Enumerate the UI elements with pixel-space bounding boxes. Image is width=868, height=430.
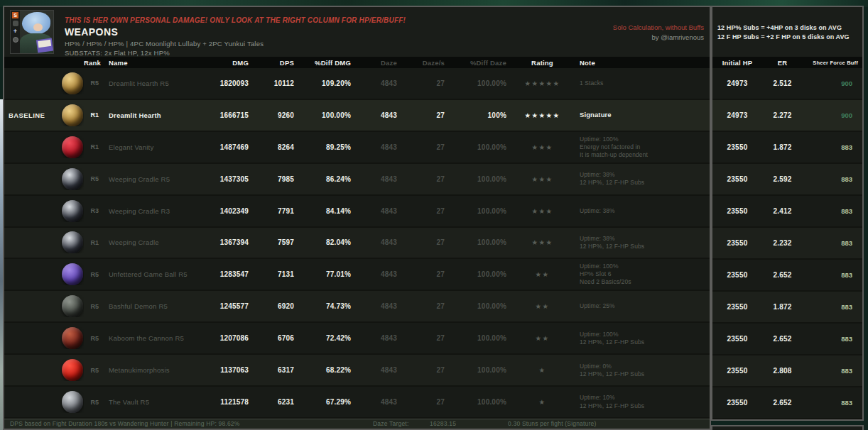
cell-diff-dmg: 68.22% <box>298 366 355 374</box>
cell-dps: 10112 <box>253 79 298 87</box>
cell-dmg: 1245577 <box>213 302 253 310</box>
cell-diff-daze: 100.00% <box>449 79 511 87</box>
portrait-face <box>33 23 43 31</box>
cell-dps: 6920 <box>253 302 298 310</box>
panel-header: S + THIS IS HER OWN PERSONAL DAMAGE! ONL… <box>4 7 710 57</box>
cell-name: Dreamlit Hearth R5 <box>103 79 213 87</box>
cell-daze-s: 27 <box>401 79 449 87</box>
cell-sheer-force-buff: 883 <box>803 399 862 407</box>
cell-rank: R5 <box>84 303 103 310</box>
cell-dmg: 1283547 <box>213 270 253 278</box>
cell-note: Uptime: 100%Energy not factored inIt is … <box>574 136 710 159</box>
weapon-row: R5 Unfettered Game Ball R5 1283547 7131 … <box>4 259 710 291</box>
cell-daze: 4843 <box>355 238 401 246</box>
cell-daze: 4843 <box>355 175 401 183</box>
cell-rating-stars: ★★★★★ <box>511 79 574 87</box>
cell-daze-s: 27 <box>401 398 449 406</box>
weapon-icon-cell <box>60 231 84 253</box>
weapon-icon-cell <box>60 295 84 317</box>
personal-damage-warning: THIS IS HER OWN PERSONAL DAMAGE! ONLY LO… <box>65 16 406 24</box>
portrait-book <box>36 38 53 53</box>
cell-daze-s: 27 <box>401 143 449 151</box>
weapon-row: R5 Weeping Cradle R5 1437305 7985 86.24%… <box>4 164 710 196</box>
weapon-icon <box>62 168 83 190</box>
cell-name: Elegant Vanity <box>103 143 213 151</box>
cell-note: Uptime: 100%HP% Slot 6Need 2 Basics/20s <box>574 263 710 286</box>
cell-sheer-force-buff: 883 <box>803 143 862 151</box>
cell-initial-hp: 23550 <box>712 239 762 247</box>
hp-er-buff-row: 23550 2.652 883 <box>712 260 862 292</box>
cell-daze: 4843 <box>355 302 401 310</box>
cell-sheer-force-buff: 900 <box>803 111 862 119</box>
cell-dps: 6231 <box>253 398 298 406</box>
col-header-diff-daze: %Diff Daze <box>449 59 511 67</box>
cell-initial-hp: 23550 <box>712 143 762 151</box>
daze-target-value: 16283.15 <box>430 420 456 427</box>
weapon-row: R5 Dreamlit Hearth R5 1820093 10112 109.… <box>4 68 710 100</box>
cell-er: 2.512 <box>762 79 803 87</box>
cell-rank: R5 <box>84 367 103 374</box>
cell-dps: 8264 <box>253 143 298 151</box>
character-portrait <box>20 11 53 53</box>
cell-rank: R5 <box>84 271 103 278</box>
cell-sheer-force-buff: 883 <box>803 335 862 343</box>
right-panel-header: 12 HP% Subs = +4HP on 3 disks on AVG 12 … <box>712 7 862 57</box>
cell-daze-s: 27 <box>401 238 449 246</box>
weapon-icon-cell <box>60 263 84 285</box>
weapon-row: R5 Bashful Demon R5 1245577 6920 74.73% … <box>4 291 710 323</box>
cell-rating-stars: ★★★ <box>511 175 574 183</box>
weapon-row: BASELINE R1 Dreamlit Hearth 1666715 9260… <box>4 100 710 132</box>
cell-name: Weeping Cradle R3 <box>103 207 213 215</box>
col-header-diff-dmg: %Diff DMG <box>298 59 355 67</box>
cell-sheer-force-buff: 900 <box>803 79 862 87</box>
cell-initial-hp: 23550 <box>712 367 762 375</box>
cell-name: The Vault R5 <box>103 398 213 406</box>
sparkle-icon: + <box>12 28 18 35</box>
hp-er-buff-row: 23550 1.872 883 <box>712 292 862 324</box>
cell-name: Unfettered Game Ball R5 <box>103 270 213 278</box>
cell-note: Uptime: 38% <box>574 207 710 215</box>
cell-initial-hp: 23550 <box>712 271 762 279</box>
cell-dps: 7791 <box>253 207 298 215</box>
author-credit: by @iamrivenous <box>651 33 704 41</box>
weapon-icon-cell <box>60 136 84 158</box>
cell-dmg: 1137063 <box>213 366 253 374</box>
cell-er: 2.592 <box>762 175 803 183</box>
cell-daze-s: 27 <box>401 302 449 310</box>
weapon-row: R5 Kaboom the Cannon R5 1207086 6706 72.… <box>4 323 710 355</box>
cell-diff-daze: 100.00% <box>449 238 511 246</box>
cell-sheer-force-buff: 883 <box>803 175 862 183</box>
cell-name: Kaboom the Cannon R5 <box>103 334 213 342</box>
cell-er: 2.232 <box>762 239 803 247</box>
cell-diff-daze: 100.00% <box>449 334 511 342</box>
cell-daze: 4843 <box>355 79 401 87</box>
cell-diff-dmg: 82.04% <box>298 238 355 246</box>
right-table-body: 24973 2.512 900 24973 2.272 900 23550 1.… <box>712 68 862 419</box>
weapon-icon <box>62 231 83 253</box>
cell-sheer-force-buff: 883 <box>803 239 862 247</box>
cell-er: 2.652 <box>762 399 803 407</box>
daze-target-label: Daze Target: <box>373 420 408 427</box>
weapon-icon <box>62 104 83 126</box>
cell-er: 1.872 <box>762 143 803 151</box>
weapon-icon-cell <box>60 72 84 94</box>
cell-er: 2.412 <box>762 207 803 215</box>
cell-diff-daze: 100.00% <box>449 143 511 151</box>
table-column-header: Rank Name DMG DPS %Diff DMG Daze Daze/s … <box>4 57 710 68</box>
cell-diff-dmg: 67.29% <box>298 398 355 406</box>
cell-diff-daze: 100.00% <box>449 270 511 278</box>
status-bar: DPS based on Fight Duration 180s vs Wand… <box>4 419 710 429</box>
next-section-panel <box>711 425 864 430</box>
cell-daze-s: 27 <box>401 334 449 342</box>
cell-dmg: 1820093 <box>213 79 253 87</box>
col-header-er: ER <box>762 59 803 67</box>
cell-daze: 4843 <box>355 270 401 278</box>
cell-daze-s: 27 <box>401 111 449 119</box>
cell-daze-s: 27 <box>401 175 449 183</box>
cell-daze: 4843 <box>355 398 401 406</box>
cell-diff-dmg: 100.00% <box>298 111 355 119</box>
col-header-rank: Rank <box>84 59 103 67</box>
hp-er-buff-row: 23550 2.592 883 <box>712 164 862 196</box>
hp-subs-note-2: 12 F HP Subs = +2 F HP on 5 disks on AVG <box>717 33 862 40</box>
col-header-dps: DPS <box>253 59 298 67</box>
